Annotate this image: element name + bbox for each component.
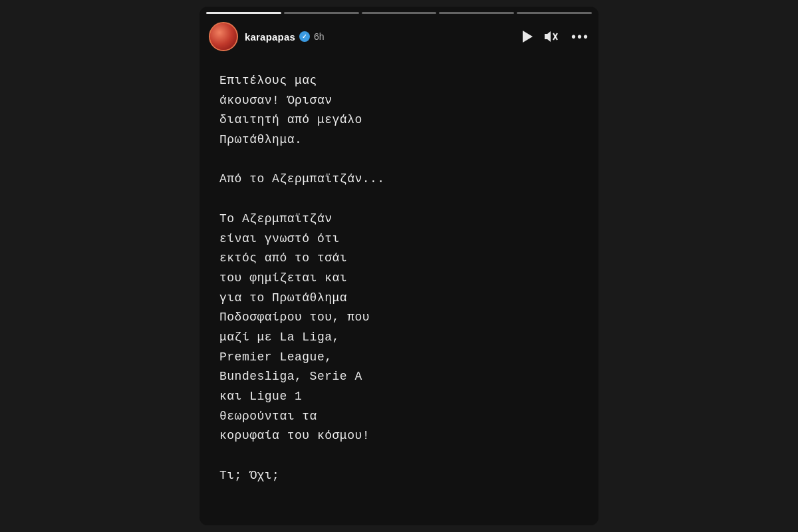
verified-badge-icon bbox=[299, 31, 310, 42]
story-text: Επιτέλους μας άκουσαν! Όρισαν διαιτητή α… bbox=[219, 71, 579, 485]
svg-marker-1 bbox=[547, 31, 551, 42]
timestamp: 6h bbox=[314, 31, 325, 42]
header-icons: ••• bbox=[523, 29, 589, 45]
svg-marker-0 bbox=[545, 34, 547, 39]
progress-segment-5 bbox=[517, 12, 592, 14]
play-icon[interactable] bbox=[523, 31, 533, 43]
progress-segment-2 bbox=[284, 12, 359, 14]
progress-segment-4 bbox=[439, 12, 514, 14]
username: karapapas bbox=[245, 31, 295, 43]
more-options-icon[interactable]: ••• bbox=[571, 29, 589, 45]
avatar[interactable] bbox=[209, 22, 238, 51]
story-content: Επιτέλους μας άκουσαν! Όρισαν διαιτητή α… bbox=[200, 58, 598, 525]
progress-segment-1 bbox=[206, 12, 281, 14]
username-row: karapapas 6h bbox=[245, 31, 516, 43]
progress-segment-3 bbox=[362, 12, 437, 14]
mute-icon[interactable] bbox=[545, 31, 559, 43]
progress-bars bbox=[200, 7, 598, 18]
story-header: karapapas 6h ••• bbox=[200, 18, 598, 58]
story-card: karapapas 6h ••• Επιτέλους μας άκουσαν! … bbox=[200, 7, 598, 525]
